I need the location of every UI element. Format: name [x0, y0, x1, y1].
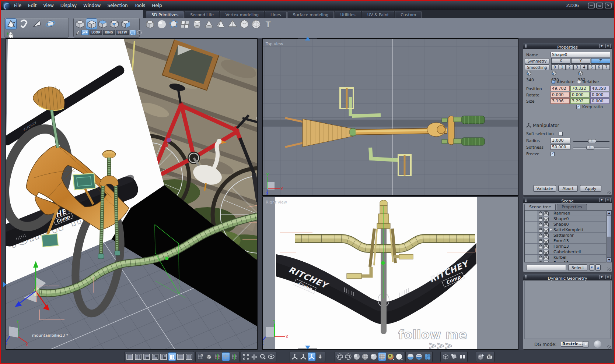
view-wire-blue-icon[interactable]	[415, 352, 423, 361]
menu-window[interactable]: Window	[80, 1, 104, 10]
menu-display[interactable]: Display	[57, 1, 80, 10]
shade-material-icon[interactable]	[387, 352, 395, 361]
tab-surface-modeling[interactable]: Surface modeling	[287, 11, 334, 18]
eye-view-icon[interactable]	[267, 352, 275, 361]
panel-close-icon[interactable]: ✕	[605, 44, 611, 48]
scroll-up-icon[interactable]: ▲	[607, 211, 611, 215]
tab-utilities[interactable]: Utilities	[335, 11, 361, 18]
tab-custom[interactable]: Custom	[395, 11, 422, 18]
primitive-tetra-icon[interactable]	[227, 19, 238, 30]
scene-scrollbar[interactable]: ▲ ▼	[607, 210, 612, 262]
panel-resize-grip[interactable]	[607, 345, 611, 349]
expand-arrow-icon[interactable]: ▶	[550, 228, 552, 231]
panel-resize-grip[interactable]	[607, 191, 611, 194]
betw-button[interactable]: BETW	[116, 30, 129, 35]
tab-uv-paint[interactable]: UV & Paint	[362, 11, 394, 18]
shade-white-icon[interactable]	[395, 352, 403, 361]
scene-item[interactable]: Form13	[525, 244, 606, 249]
selection-point[interactable]	[165, 257, 168, 260]
tab-vertex-modeling[interactable]: Vertex modeling	[220, 11, 264, 18]
dg-mode-dropdown[interactable]: Restric...	[561, 341, 583, 347]
splitter-left[interactable]	[2, 275, 6, 294]
panel-collapse-icon[interactable]: ▼	[599, 44, 604, 48]
name-input[interactable]: Shape0	[551, 52, 610, 57]
panel-close-icon[interactable]: ✕	[605, 275, 611, 279]
shade-wire2-icon[interactable]	[344, 352, 352, 361]
grid-axes-icon[interactable]	[213, 352, 221, 361]
menu-tools[interactable]: Tools	[131, 1, 149, 10]
viewport-top[interactable]: Y X Z Top view	[263, 39, 518, 195]
lasso-select-icon[interactable]	[137, 30, 143, 35]
primitive-facet-icon[interactable]	[168, 19, 179, 30]
cube-snap-icon[interactable]	[205, 352, 213, 361]
drop-floor-icon[interactable]	[316, 352, 324, 361]
panel-grip[interactable]	[525, 198, 527, 202]
loop-button[interactable]: LOOP	[90, 30, 102, 35]
select-arrow-icon[interactable]	[5, 18, 17, 29]
move-down-icon[interactable]: ▼	[589, 264, 594, 271]
shade-flat-icon[interactable]	[353, 352, 361, 361]
camera-snapshot-icon[interactable]	[485, 352, 493, 361]
tab-3d-primitives[interactable]: 3D Primitives	[146, 11, 184, 18]
radius-slider[interactable]	[573, 141, 609, 142]
soft-selection-checkbox[interactable]	[559, 132, 563, 136]
size-z-field[interactable]: 0.000	[590, 98, 609, 104]
tab-lines[interactable]: Lines	[265, 11, 287, 18]
layout-main-left-icon[interactable]	[168, 352, 176, 361]
ghost-cyl-icon[interactable]	[450, 352, 458, 361]
primitive-geodesic-icon[interactable]	[251, 19, 262, 30]
rotate-y-field[interactable]: 0.000	[570, 92, 590, 98]
primitive-cone-icon[interactable]	[204, 19, 214, 30]
pan-view-icon[interactable]	[250, 352, 258, 361]
scene-item[interactable]: Form13	[525, 238, 606, 244]
softness-input[interactable]: 50.000	[551, 144, 570, 150]
view-half-icon[interactable]	[406, 352, 415, 361]
maximize-button[interactable]: ▭	[596, 3, 603, 8]
scene-tab-scene-tree[interactable]: Scene tree	[524, 204, 556, 210]
softness-slider[interactable]	[573, 148, 609, 148]
render-sphere-icon[interactable]	[477, 352, 485, 361]
grid-snap-icon[interactable]	[196, 352, 205, 361]
edit-mode-icon[interactable]	[86, 18, 97, 29]
rotate-x-field[interactable]: 0.000	[551, 92, 570, 98]
size-y-field[interactable]: 3.292	[570, 98, 590, 104]
sphere-tool-icon[interactable]	[45, 18, 56, 29]
dg-mode-arrow-icon[interactable]: ▼	[583, 341, 589, 347]
smoothing-level-2[interactable]: 2	[566, 64, 573, 70]
smoothing-level-6[interactable]: 6	[595, 64, 602, 70]
smoothing-level-0[interactable]: 0	[551, 64, 558, 70]
paint-select-icon[interactable]	[75, 30, 81, 35]
primitive-polyhedron-icon[interactable]	[239, 19, 250, 30]
viewport-right[interactable]: RITCHEY Comp RITCHEY Comp	[263, 197, 518, 349]
layout-two-horiz-icon[interactable]	[177, 352, 185, 361]
view-quad-blue-icon[interactable]	[423, 352, 431, 361]
fit-view-icon[interactable]	[242, 352, 250, 361]
menu-view[interactable]: View	[40, 1, 57, 10]
scene-item[interactable]: Gabeloberteil	[525, 249, 606, 255]
primitive-cube-icon[interactable]	[145, 19, 156, 30]
app-logo-icon[interactable]	[3, 2, 11, 10]
scene-item[interactable]: Form13	[525, 260, 606, 262]
primitive-sphere-icon[interactable]	[157, 19, 167, 30]
viewport-perspective[interactable]: follow me >>> RITCHEY RITCHEY Comp	[6, 39, 257, 349]
layout-single-icon[interactable]	[126, 352, 134, 361]
edge-mode-icon[interactable]	[97, 18, 109, 29]
primitive-pyramid-icon[interactable]	[216, 19, 226, 30]
shade-facet-icon[interactable]	[361, 352, 369, 361]
close-button[interactable]: ✕	[605, 3, 612, 8]
menu-file[interactable]: File	[11, 1, 25, 10]
ghost-cube-icon[interactable]	[441, 352, 450, 361]
vertex-mode-icon[interactable]	[109, 18, 120, 29]
scene-panel-header[interactable]: Scene ▼ ✕	[523, 197, 612, 203]
shade-textured-icon[interactable]	[378, 352, 386, 361]
radius-input[interactable]: 3.000	[551, 138, 570, 143]
panel-grip[interactable]	[525, 275, 527, 279]
zoom-view-icon[interactable]	[259, 352, 267, 361]
dg-panel-header[interactable]: Dynamic Geometry ▼ ✕	[523, 274, 612, 280]
smoothing-level-3[interactable]: 3	[573, 64, 580, 70]
layout-wide-top-icon[interactable]	[151, 352, 159, 361]
smoothing-level-1[interactable]: 1	[559, 64, 566, 70]
scene-tab-properties[interactable]: Properties	[557, 204, 587, 210]
smoothing-level-7[interactable]: 7	[603, 64, 610, 70]
smoothing-level-5[interactable]: 5	[588, 64, 595, 70]
